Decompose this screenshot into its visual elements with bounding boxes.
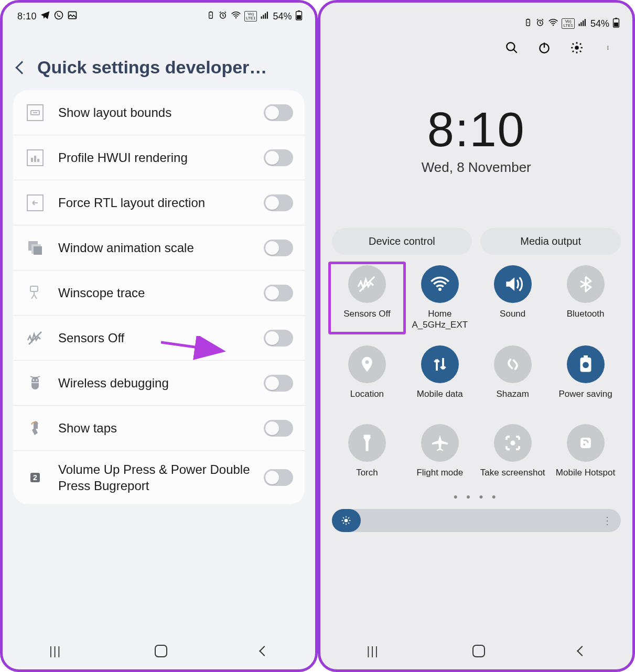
brightness-more-icon[interactable]: ⋮ (602, 514, 612, 527)
row-winscope[interactable]: Winscope trace (13, 270, 305, 316)
svg-rect-10 (267, 12, 268, 19)
sun-icon (341, 515, 351, 526)
toggle[interactable] (264, 240, 293, 256)
tile-location[interactable]: Location (332, 345, 403, 409)
svg-text:+: + (527, 20, 529, 25)
nav-back[interactable] (577, 646, 587, 656)
tile-screenshot[interactable]: Take screenshot (477, 424, 548, 488)
svg-rect-14 (31, 158, 33, 162)
row-label: Volume Up Press & Power Double Press Bug… (58, 461, 251, 494)
power-icon[interactable] (537, 40, 552, 55)
row-force-rtl[interactable]: Force RTL layout direction (13, 180, 305, 225)
row-show-taps[interactable]: Show taps (13, 406, 305, 451)
sensors-off-icon (348, 265, 386, 303)
brightness-slider[interactable]: ⋮ (332, 509, 621, 532)
row-label: Winscope trace (58, 285, 251, 301)
svg-rect-56 (580, 438, 591, 448)
toggle[interactable] (264, 285, 293, 301)
tile-power-saving[interactable]: Power saving (550, 345, 621, 409)
svg-point-40 (507, 42, 514, 50)
location-icon (348, 345, 386, 383)
tile-sound[interactable]: Sound (477, 265, 548, 331)
svg-point-46 (608, 47, 609, 48)
row-wireless-debugging[interactable]: Wireless debugging (13, 361, 305, 406)
toggle[interactable] (264, 420, 293, 437)
battery-icon (612, 17, 620, 30)
tile-bluetooth[interactable]: Bluetooth (550, 265, 621, 331)
row-window-animation[interactable]: Window animation scale (13, 225, 305, 270)
battery-saver-icon: + (524, 18, 532, 29)
svg-rect-36 (585, 19, 586, 26)
svg-point-23 (36, 379, 38, 381)
back-button[interactable] (15, 61, 28, 74)
tile-flight-mode[interactable]: Flight mode (404, 424, 475, 488)
row-label: Force RTL layout direction (58, 194, 251, 211)
svg-text:+: + (210, 13, 212, 17)
svg-rect-35 (583, 20, 584, 26)
alarm-icon (218, 10, 228, 23)
signal-icon (578, 18, 587, 30)
nav-home[interactable] (472, 645, 485, 657)
svg-point-32 (553, 24, 554, 26)
quick-tiles: Sensors Off Home A_5GHz_EXT Sound Blueto… (320, 255, 633, 488)
gear-icon[interactable] (569, 40, 584, 55)
tile-shazam[interactable]: Shazam (477, 345, 548, 409)
tile-torch[interactable]: Torch (332, 424, 403, 488)
svg-rect-8 (263, 15, 264, 19)
settings-header: Quick settings developer… (3, 26, 315, 90)
tile-hotspot[interactable]: Mobile Hotspot (550, 424, 621, 488)
nav-bar: ||| (320, 633, 633, 669)
svg-rect-7 (261, 16, 262, 19)
bugreport-icon: 2 (25, 467, 46, 488)
toggle[interactable] (264, 149, 293, 166)
signal-icon (260, 10, 270, 23)
row-profile-hwui[interactable]: Profile HWUI rendering (13, 135, 305, 180)
device-control-button[interactable]: Device control (332, 228, 472, 255)
svg-rect-39 (614, 23, 618, 27)
settings-list: Show layout bounds Profile HWUI renderin… (13, 90, 305, 504)
nav-recent[interactable]: ||| (49, 644, 61, 658)
svg-rect-20 (30, 286, 38, 291)
toggle[interactable] (264, 104, 293, 121)
rtl-icon (25, 192, 46, 213)
tile-label: Home A_5GHz_EXT (404, 308, 475, 331)
row-bugreport[interactable]: 2 Volume Up Press & Power Double Press B… (13, 451, 305, 504)
nav-back[interactable] (260, 646, 270, 656)
svg-point-58 (345, 518, 348, 522)
quickpanel-clock: 8:10 Wed, 8 November (320, 102, 633, 176)
svg-line-66 (343, 523, 344, 524)
row-sensors-off[interactable]: Sensors Off (13, 316, 305, 361)
toggle[interactable] (264, 375, 293, 392)
nav-home[interactable] (155, 645, 167, 657)
taps-icon (25, 418, 46, 439)
page-title: Quick settings developer… (37, 57, 267, 78)
svg-rect-13 (296, 15, 300, 19)
hwui-icon (25, 147, 46, 168)
gallery-icon (67, 10, 78, 23)
row-label: Show layout bounds (58, 104, 251, 121)
svg-rect-38 (615, 17, 617, 18)
svg-point-57 (583, 443, 585, 445)
tile-wifi[interactable]: Home A_5GHz_EXT (404, 265, 475, 331)
tile-label: Shazam (497, 388, 529, 409)
toggle[interactable] (264, 469, 293, 486)
tile-label: Flight mode (416, 467, 463, 488)
row-show-layout-bounds[interactable]: Show layout bounds (13, 90, 305, 135)
tile-mobile-data[interactable]: Mobile data (404, 345, 475, 409)
svg-rect-29 (528, 18, 529, 19)
quickpanel-actions (320, 33, 633, 55)
tile-sensors-off[interactable]: Sensors Off (328, 262, 406, 334)
wifi-icon (548, 17, 558, 30)
power-saving-icon (567, 345, 605, 383)
svg-point-53 (583, 362, 589, 368)
media-output-button[interactable]: Media output (480, 228, 621, 255)
adb-icon (25, 373, 46, 394)
more-icon[interactable] (602, 40, 617, 55)
search-icon[interactable] (504, 40, 519, 55)
nav-recent[interactable]: ||| (367, 644, 379, 658)
svg-rect-16 (37, 159, 39, 162)
toggle[interactable] (264, 194, 293, 211)
svg-rect-33 (578, 24, 579, 26)
hotspot-icon (567, 424, 605, 462)
toggle[interactable] (264, 330, 293, 346)
